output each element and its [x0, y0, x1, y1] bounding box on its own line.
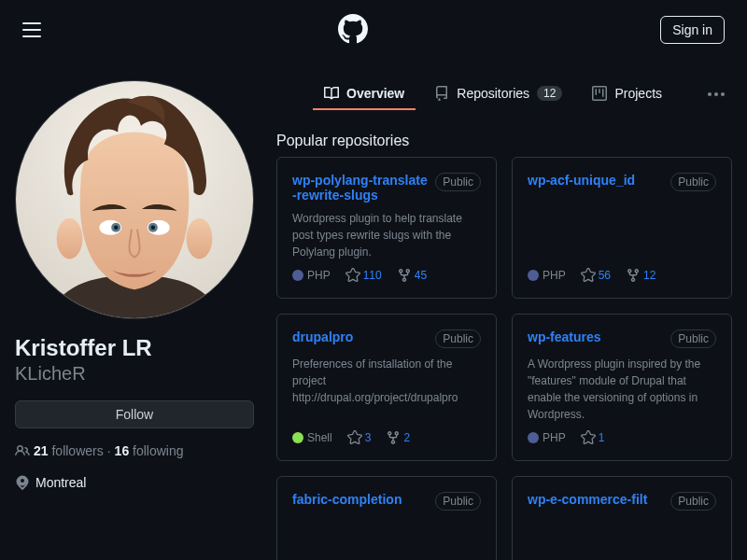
people-icon	[15, 443, 30, 458]
svg-point-2	[187, 218, 213, 259]
visibility-badge: Public	[670, 492, 716, 511]
forks-link[interactable]: 45	[397, 268, 427, 283]
svg-point-8	[151, 226, 155, 230]
stars-link[interactable]: 56	[581, 268, 611, 283]
fork-icon	[397, 268, 412, 283]
pinned-repo-card: wp-polylang-translate-rewrite-slugsPubli…	[276, 157, 497, 299]
repo-language: PHP	[292, 269, 331, 282]
repo-name-link[interactable]: fabric-completion	[292, 492, 428, 507]
repo-description: Wordpress plugin to help translate post …	[292, 210, 481, 260]
visibility-badge: Public	[670, 329, 716, 348]
star-icon	[581, 268, 596, 283]
repo-name-link[interactable]: wp-acf-unique_id	[528, 173, 663, 188]
location-icon	[15, 475, 30, 490]
popular-repositories-title: Popular repositories	[276, 133, 732, 149]
github-logo-icon[interactable]	[338, 14, 368, 47]
visibility-badge: Public	[435, 329, 481, 348]
profile-main: Popular repositories wp-polylang-transla…	[276, 125, 732, 560]
star-icon	[581, 430, 596, 445]
repo-name-link[interactable]: wp-polylang-translate-rewrite-slugs	[292, 173, 428, 203]
sign-in-button[interactable]: Sign in	[660, 16, 725, 44]
followers-link[interactable]: 21 followers	[34, 443, 104, 458]
profile-sidebar: Kristoffer LR KLicheR Follow 21 follower…	[15, 125, 254, 560]
tab-projects[interactable]: Projects	[581, 78, 673, 110]
pinned-repo-card: drupalproPublicPreferences of installati…	[276, 314, 497, 461]
profile-fullname: Kristoffer LR	[15, 334, 254, 362]
menu-icon[interactable]	[22, 19, 45, 41]
svg-point-7	[114, 226, 118, 230]
tab-repositories[interactable]: Repositories 12	[423, 78, 573, 110]
language-color-icon	[528, 432, 539, 443]
pinned-repos-grid: wp-polylang-translate-rewrite-slugsPubli…	[276, 157, 732, 560]
language-color-icon	[292, 432, 303, 443]
tab-projects-label: Projects	[614, 86, 662, 101]
repo-name-link[interactable]: wp-features	[528, 329, 663, 344]
tab-overview[interactable]: Overview	[313, 78, 416, 110]
profile-username: KLicheR	[15, 362, 254, 385]
project-icon	[592, 86, 607, 101]
repo-description: A Wordpress plugin inspired by the "feat…	[528, 356, 716, 423]
svg-point-1	[57, 218, 83, 259]
repo-name-link[interactable]: drupalpro	[292, 329, 428, 344]
pinned-repo-card: wp-featuresPublicA Wordpress plugin insp…	[512, 314, 732, 461]
star-icon	[345, 268, 360, 283]
followers-following: 21 followers · 16 following	[15, 443, 254, 458]
tab-overview-label: Overview	[346, 86, 404, 101]
follow-button[interactable]: Follow	[15, 400, 254, 428]
stars-link[interactable]: 1	[581, 430, 605, 445]
repositories-count-badge: 12	[537, 86, 562, 101]
stars-link[interactable]: 110	[345, 268, 382, 283]
forks-link[interactable]: 12	[626, 268, 655, 283]
stars-link[interactable]: 3	[347, 430, 372, 445]
fork-icon	[626, 268, 641, 283]
language-color-icon	[528, 270, 539, 281]
language-color-icon	[292, 270, 303, 281]
repo-icon	[434, 86, 449, 101]
location-text: Montreal	[35, 475, 86, 490]
visibility-badge: Public	[670, 173, 716, 191]
book-icon	[324, 86, 339, 101]
repo-language: Shell	[292, 431, 332, 444]
pinned-repo-card: wp-e-commerce-filtPublic	[512, 476, 732, 560]
repo-name-link[interactable]: wp-e-commerce-filt	[528, 492, 663, 507]
pinned-repo-card: wp-acf-unique_idPublicPHP5612	[512, 157, 732, 299]
fork-icon	[386, 430, 401, 445]
tab-repositories-label: Repositories	[457, 86, 529, 101]
visibility-badge: Public	[435, 492, 481, 511]
repo-description: Preferences of installation of the proje…	[292, 356, 481, 423]
repo-language: PHP	[528, 431, 566, 444]
more-tabs-icon[interactable]	[700, 85, 732, 104]
following-link[interactable]: 16 following	[115, 443, 184, 458]
global-header: Sign in	[0, 0, 747, 60]
profile-location: Montreal	[15, 475, 254, 490]
forks-link[interactable]: 2	[386, 430, 410, 445]
visibility-badge: Public	[435, 173, 481, 191]
repo-language: PHP	[528, 269, 566, 282]
avatar[interactable]	[15, 80, 254, 319]
pinned-repo-card: fabric-completionPublic	[276, 476, 497, 560]
star-icon	[347, 430, 362, 445]
